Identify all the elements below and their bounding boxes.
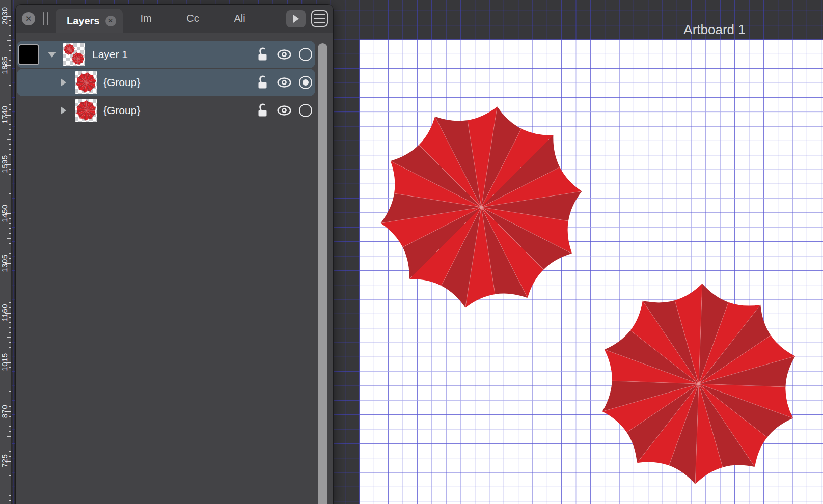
ruler-tick: [9, 367, 11, 368]
ruler-tick: [9, 377, 11, 377]
tab-layers[interactable]: Layers ✕: [56, 9, 123, 33]
ruler-tick: [9, 80, 11, 80]
ruler-tick: [9, 169, 11, 170]
ruler-tick: [9, 184, 11, 184]
unlock-icon[interactable]: [256, 47, 269, 62]
ruler-tick: [9, 218, 11, 219]
tab-colours[interactable]: Cc: [170, 13, 216, 24]
ruler-tick: [9, 416, 11, 417]
vertical-ruler[interactable]: 20301885174015951450130511601015870725: [0, 0, 12, 504]
tab-overflow-button[interactable]: [286, 10, 306, 27]
unlock-icon[interactable]: [256, 103, 269, 118]
layer-row-group1[interactable]: {Group}: [17, 69, 315, 96]
ruler-tick: [9, 481, 11, 481]
tab-close-button[interactable]: ✕: [105, 16, 116, 26]
umbrella-shape[interactable]: [64, 44, 75, 55]
ruler-label: 1740: [0, 105, 9, 123]
ruler-tick: [9, 422, 11, 422]
layer-name[interactable]: Layer 1: [92, 48, 128, 61]
panel-drag-handle[interactable]: [43, 12, 48, 25]
ruler-tick: [9, 45, 11, 46]
layer-thumbnail[interactable]: [75, 71, 97, 94]
layer-thumbnail[interactable]: [75, 99, 97, 122]
ruler-tick: [9, 233, 11, 234]
artboard-title[interactable]: Artboard 1: [683, 22, 745, 37]
ruler-tick: [9, 302, 11, 303]
ruler-tick: [9, 466, 11, 466]
ruler-tick: [9, 134, 11, 135]
layer-row-layer1[interactable]: Layer 1: [17, 41, 315, 68]
visibility-eye-icon[interactable]: [277, 77, 292, 88]
ruler-tick: [9, 327, 11, 328]
ruler-tick: [9, 228, 11, 229]
ruler-tick: [9, 446, 11, 446]
ruler-tick: [9, 204, 11, 204]
ruler-tick: [9, 60, 11, 61]
ruler-tick: [9, 6, 11, 6]
edit-target-circle-icon[interactable]: [299, 48, 312, 61]
ruler-tick: [9, 248, 11, 248]
ruler-tick: [7, 189, 11, 189]
expand-triangle-icon[interactable]: [61, 106, 66, 115]
layers-panel: ✕ Layers ✕ Im Cc Ali Layer 1: [15, 4, 334, 504]
visibility-eye-icon[interactable]: [277, 105, 292, 116]
ruler-tick: [7, 288, 11, 288]
layer-color-swatch[interactable]: [18, 44, 39, 65]
ruler-tick: [9, 199, 11, 199]
visibility-eye-icon[interactable]: [277, 49, 292, 60]
ruler-tick: [9, 278, 11, 278]
layer-name[interactable]: {Group}: [103, 76, 140, 89]
layer-name[interactable]: {Group}: [103, 104, 140, 117]
umbrella-shape[interactable]: [76, 72, 96, 93]
ruler-tick: [9, 317, 11, 318]
panel-scrollbar-thumb[interactable]: [318, 43, 327, 504]
layer-thumbnail-art: [75, 71, 97, 94]
ruler-tick: [9, 243, 11, 244]
ruler-tick: [9, 144, 11, 145]
ruler-tick: [7, 436, 11, 437]
ruler-tick: [9, 441, 11, 441]
arrow-right-icon: [293, 15, 299, 23]
umbrella-shape[interactable]: [72, 52, 85, 65]
ruler-label: 1015: [0, 353, 9, 371]
panel-menu-button[interactable]: [311, 10, 328, 27]
ruler-tick: [9, 179, 11, 179]
ruler-tick: [9, 75, 11, 75]
layer-row-group2[interactable]: {Group}: [17, 97, 315, 124]
panel-tab-bar: ✕ Layers ✕ Im Cc Ali: [16, 5, 333, 33]
ruler-tick: [9, 283, 11, 283]
layer-thumbnail-art: [75, 99, 97, 122]
ruler-tick: [9, 322, 11, 323]
layer-thumbnail[interactable]: [63, 43, 85, 66]
ruler-tick: [9, 100, 11, 100]
edit-target-circle-icon[interactable]: [299, 104, 312, 117]
umbrella-shape[interactable]: [76, 100, 96, 121]
panel-close-button[interactable]: ✕: [22, 12, 35, 25]
ruler-tick: [9, 293, 11, 293]
unlock-icon[interactable]: [256, 75, 269, 90]
collapse-triangle-icon[interactable]: [48, 52, 56, 58]
ruler-tick: [9, 456, 11, 457]
ruler-tick: [7, 337, 11, 338]
ruler-tick: [9, 500, 11, 501]
ruler-tick: [9, 25, 11, 26]
ruler-tick: [9, 431, 11, 432]
ruler-tick: [7, 486, 11, 486]
ruler-tick: [9, 85, 11, 86]
edit-target-bullseye-icon[interactable]: [299, 76, 312, 89]
ruler-tick: [9, 406, 11, 407]
ruler-tick: [9, 382, 11, 382]
ruler-tick: [9, 223, 11, 224]
tab-alignment[interactable]: Ali: [216, 13, 263, 24]
ruler-tick: [9, 11, 11, 11]
tab-images[interactable]: Im: [123, 13, 170, 24]
layers-list: Layer 1 {Group}: [16, 41, 333, 124]
ruler-tick: [9, 129, 11, 130]
expand-triangle-icon[interactable]: [61, 78, 66, 87]
ruler-tick: [9, 491, 11, 491]
ruler-label: 870: [0, 405, 9, 418]
ruler-tick: [9, 120, 11, 120]
ruler-label: 2030: [0, 7, 9, 24]
ruler-tick: [9, 402, 11, 402]
ruler-tick: [9, 298, 11, 298]
